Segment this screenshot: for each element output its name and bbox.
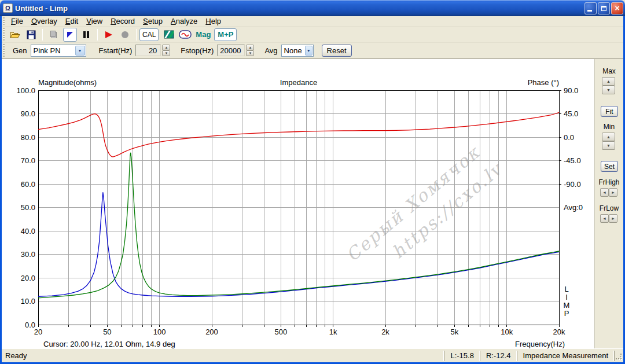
frhigh-stepper: ◄ ► — [600, 188, 617, 197]
series-phase-red — [38, 112, 559, 157]
calibrate-button[interactable]: CAL — [139, 28, 159, 41]
chevron-down-icon[interactable]: ▼ — [305, 46, 312, 56]
menu-item-overlay[interactable]: Overlay — [27, 17, 61, 25]
frhigh-right-button[interactable]: ► — [609, 188, 617, 197]
impedance-chart[interactable]: Magnitude(ohms)ImpedancePhase (°)100.090… — [2, 59, 594, 348]
generator-button[interactable] — [178, 28, 192, 42]
x-tick-label: 10k — [501, 328, 513, 336]
resize-grip[interactable] — [614, 351, 623, 361]
menu-item-help[interactable]: Help — [201, 17, 225, 25]
right-tick-label: -45.0 — [564, 156, 581, 165]
pause-icon — [82, 30, 91, 39]
fstart-field[interactable]: 20 — [135, 45, 161, 56]
menu-item-file[interactable]: File — [7, 17, 27, 25]
menu-items: FileOverlayEditViewRecordSetupAnalyzeHel… — [7, 17, 225, 25]
record-button[interactable] — [118, 28, 132, 42]
frhigh-left-button[interactable]: ◄ — [600, 188, 609, 197]
left-level-indicator: L:-15.8 — [444, 351, 479, 361]
menubar-grip[interactable] — [2, 17, 5, 25]
avg-value: None — [282, 46, 304, 55]
set-button[interactable]: Set — [601, 161, 618, 172]
mag-plus-phase-button[interactable]: M+P — [214, 28, 237, 41]
close-icon: × — [615, 4, 619, 12]
app-window: Ω Untitled - Limp × FileOverlayEditViewR… — [0, 0, 625, 364]
x-tick-label: 20 — [34, 328, 42, 336]
avg-label: Avg:0 — [564, 203, 583, 212]
left-tick-label: 10.0 — [21, 297, 35, 306]
x-tick-label: 50 — [103, 328, 111, 336]
frlow-left-button[interactable]: ◄ — [600, 214, 609, 223]
frhigh-label: FrHigh — [595, 178, 623, 186]
menu-item-setup[interactable]: Setup — [139, 17, 167, 25]
status-bar: Ready L:-15.8 R:-12.4 Impedance Measurem… — [2, 348, 623, 362]
x-tick-label: 2k — [381, 328, 389, 336]
controlbar-grip[interactable] — [2, 44, 5, 57]
gen-label: Gen — [13, 46, 27, 55]
fstop-field[interactable]: 20000 — [217, 45, 245, 56]
maximize-button[interactable] — [598, 2, 610, 14]
left-tick-label: 70.0 — [21, 156, 35, 165]
fstop-stepper: ▲ ▼ — [246, 45, 254, 56]
fstop-down-button[interactable]: ▼ — [246, 50, 254, 56]
chart-area: Magnitude(ohms)ImpedancePhase (°)100.090… — [2, 59, 594, 348]
toolbar-separator — [136, 29, 137, 41]
x-tick-label: 20k — [553, 328, 565, 336]
open-button[interactable] — [8, 28, 22, 42]
max-down-button[interactable]: ▼ — [602, 86, 615, 94]
copy-button[interactable] — [47, 28, 61, 42]
avg-select[interactable]: None ▼ — [281, 45, 314, 57]
chevron-down-icon[interactable]: ▼ — [75, 46, 85, 56]
min-up-button[interactable]: ▲ — [602, 133, 615, 141]
left-tick-label: 60.0 — [21, 180, 35, 189]
toolbar-grip[interactable] — [2, 28, 5, 41]
fstart-up-button[interactable]: ▲ — [162, 45, 170, 50]
mag-button[interactable]: Mag — [193, 30, 213, 39]
window-title: Untitled - Limp — [15, 4, 583, 13]
frlow-right-button[interactable]: ► — [609, 214, 617, 223]
cursor-flag-icon — [65, 30, 75, 39]
right-level-indicator: R:-12.4 — [480, 351, 517, 361]
save-button[interactable] — [24, 28, 38, 42]
pause-button[interactable] — [79, 28, 93, 42]
cursor-readout: Cursor: 20.00 Hz, 12.01 Ohm, 14.9 deg — [43, 340, 175, 348]
menu-bar: FileOverlayEditViewRecordSetupAnalyzeHel… — [2, 16, 623, 27]
close-button[interactable]: × — [611, 2, 623, 14]
minimize-button[interactable] — [584, 2, 597, 14]
x-tick-label: 500 — [275, 328, 288, 336]
left-axis-title: Magnitude(ohms) — [38, 78, 97, 87]
minimize-icon — [587, 10, 592, 12]
menu-item-edit[interactable]: Edit — [61, 17, 82, 25]
app-icon[interactable]: Ω — [3, 3, 13, 13]
fstop-up-button[interactable]: ▲ — [246, 45, 254, 50]
fstop-label: Fstop(Hz) — [181, 46, 214, 55]
chart-title: Impedance — [280, 78, 317, 87]
maximize-icon — [601, 6, 606, 11]
left-tick-label: 50.0 — [21, 203, 35, 212]
sine-icon — [179, 30, 192, 39]
x-tick-label: 5k — [451, 328, 459, 336]
generator-select[interactable]: Pink PN ▼ — [31, 45, 86, 57]
right-axis-title: Phase (°) — [528, 78, 559, 87]
spectrum-button[interactable] — [162, 28, 176, 42]
left-tick-label: 40.0 — [21, 227, 35, 236]
status-message: Ready — [2, 351, 444, 360]
min-down-button[interactable]: ▼ — [602, 141, 615, 150]
title-bar[interactable]: Ω Untitled - Limp × — [0, 0, 625, 16]
fit-button[interactable]: Fit — [601, 106, 618, 117]
start-button[interactable] — [102, 28, 116, 42]
min-stepper: ▲ ▼ — [602, 133, 615, 150]
reset-button[interactable]: Reset — [322, 45, 352, 57]
left-tick-label: 20.0 — [21, 274, 35, 282]
toolbar-separator — [42, 29, 43, 41]
max-up-button[interactable]: ▲ — [602, 77, 615, 86]
min-label: Min — [595, 123, 623, 131]
brand-letter: L — [564, 285, 568, 293]
frlow-label: FrLow — [595, 204, 623, 212]
cursor-mode-button[interactable] — [63, 28, 77, 42]
menu-item-record[interactable]: Record — [106, 17, 139, 25]
scale-panel: Max ▲ ▼ Fit Min ▲ ▼ Set FrHigh ◄ ► FrLow — [594, 59, 623, 348]
menu-item-analyze[interactable]: Analyze — [167, 17, 201, 25]
fstart-down-button[interactable]: ▼ — [162, 50, 170, 56]
brand-letter: I — [565, 293, 568, 302]
menu-item-view[interactable]: View — [82, 17, 106, 25]
